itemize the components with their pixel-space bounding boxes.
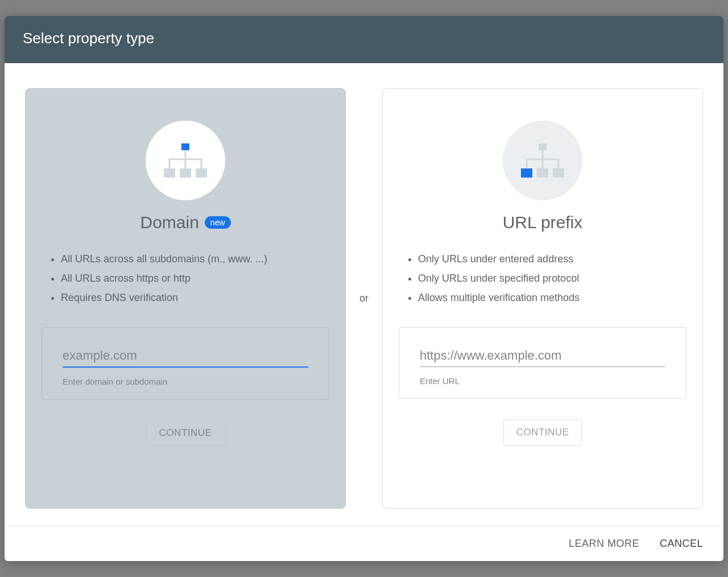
domain-continue-button[interactable]: CONTINUE	[146, 420, 225, 446]
property-type-dialog: Select property type Domain new	[5, 16, 723, 561]
learn-more-button[interactable]: LEARN MORE	[569, 538, 639, 550]
url-card-title-row: URL prefix	[503, 213, 583, 232]
url-input[interactable]	[420, 345, 665, 367]
url-continue-button[interactable]: CONTINUE	[503, 419, 582, 446]
domain-sitemap-icon	[146, 121, 225, 200]
url-card-title: URL prefix	[503, 213, 583, 232]
list-item: All URLs across all subdomains (m., www.…	[61, 249, 325, 269]
url-prefix-card[interactable]: URL prefix Only URLs under entered addre…	[382, 88, 703, 509]
cancel-button[interactable]: CANCEL	[660, 538, 703, 550]
new-badge: new	[205, 216, 231, 229]
svg-rect-3	[196, 168, 207, 178]
domain-bullet-list: All URLs across all subdomains (m., www.…	[46, 249, 325, 308]
list-item: Allows multiple verification methods	[418, 288, 682, 307]
url-bullet-list: Only URLs under entered address Only URL…	[403, 249, 682, 308]
domain-card-title: Domain	[140, 213, 198, 232]
dialog-title: Select property type	[5, 16, 723, 63]
list-item: Only URLs under entered address	[418, 249, 682, 269]
svg-rect-1	[164, 168, 175, 178]
domain-input[interactable]	[63, 345, 308, 368]
list-item: Requires DNS verification	[61, 288, 325, 307]
svg-rect-2	[180, 168, 191, 178]
url-input-hint: Enter URL	[420, 376, 665, 386]
url-sitemap-icon	[503, 121, 582, 200]
url-input-box: Enter URL	[399, 327, 686, 399]
dialog-footer: LEARN MORE CANCEL	[5, 526, 723, 561]
svg-rect-6	[537, 168, 548, 178]
domain-card-title-row: Domain new	[140, 213, 230, 232]
svg-rect-4	[539, 143, 547, 150]
dialog-body: Domain new All URLs across all subdomain…	[5, 63, 723, 526]
domain-input-hint: Enter domain or subdomain	[63, 377, 308, 386]
or-divider: or	[346, 88, 382, 509]
svg-rect-0	[181, 143, 189, 150]
svg-rect-5	[521, 168, 532, 178]
list-item: Only URLs under specified protocol	[418, 269, 682, 288]
svg-rect-7	[553, 168, 564, 178]
domain-input-box: Enter domain or subdomain	[42, 327, 329, 399]
domain-card[interactable]: Domain new All URLs across all subdomain…	[25, 88, 346, 509]
list-item: All URLs across https or http	[61, 269, 325, 288]
modal-backdrop: Select property type Domain new	[0, 0, 728, 577]
